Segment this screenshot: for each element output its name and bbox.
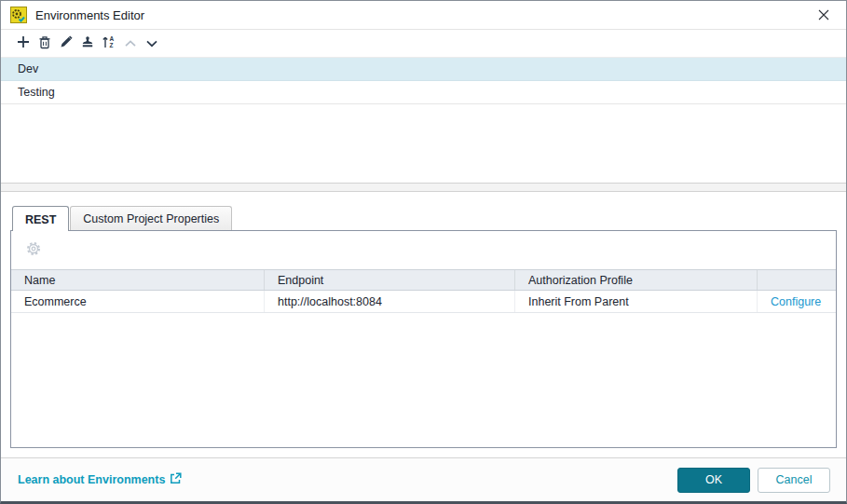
environments-toolbar: A Z [1, 30, 846, 57]
sort-environments-button[interactable]: A Z [99, 34, 119, 54]
service-auth-profile-cell[interactable]: Inherit From Parent [515, 291, 758, 312]
tab-rest[interactable]: REST [12, 206, 69, 231]
rest-services-panel: Name Endpoint Authorization Profile Ecom… [10, 230, 837, 448]
cancel-button[interactable]: Cancel [758, 468, 830, 493]
gear-icon [25, 240, 42, 260]
help-link-label: Learn about Environments [18, 473, 165, 486]
tab-label: REST [25, 213, 56, 226]
title-bar: Environments Editor [1, 1, 846, 30]
add-environment-button[interactable] [13, 34, 34, 54]
rest-panel-toolbar [11, 231, 836, 269]
environment-name: Dev [18, 62, 38, 75]
sort-az-icon: A Z [102, 35, 116, 51]
column-header-action [758, 270, 836, 290]
tab-bar: REST Custom Project Properties [1, 192, 846, 230]
environment-name: Testing [18, 86, 55, 99]
services-table-header: Name Endpoint Authorization Profile [11, 269, 836, 291]
stamp-icon [81, 35, 94, 51]
learn-about-environments-link[interactable]: Learn about Environments [18, 472, 182, 487]
tab-label: Custom Project Properties [83, 212, 219, 225]
configure-link[interactable]: Configure [771, 295, 821, 308]
column-header-authorization-profile[interactable]: Authorization Profile [515, 270, 758, 290]
external-link-icon [170, 472, 182, 487]
environment-row-dev[interactable]: Dev [1, 58, 846, 81]
tab-custom-project-properties[interactable]: Custom Project Properties [70, 206, 232, 230]
environment-detail-zone: REST Custom Project Properties [1, 192, 846, 457]
app-icon [10, 7, 27, 23]
rename-environment-button[interactable] [56, 34, 76, 54]
service-endpoint-cell[interactable]: http://localhost:8084 [265, 291, 515, 312]
trash-icon [38, 35, 51, 52]
table-row[interactable]: Ecommerce http://localhost:8084 Inherit … [11, 291, 836, 313]
delete-environment-button[interactable] [34, 34, 55, 54]
plus-icon [17, 35, 30, 51]
pencil-icon [60, 35, 73, 51]
close-icon[interactable] [813, 4, 835, 26]
svg-text:A: A [110, 35, 115, 42]
clone-environment-button[interactable] [77, 34, 98, 54]
environment-row-testing[interactable]: Testing [1, 81, 846, 104]
move-down-button[interactable] [142, 34, 162, 54]
window-title: Environments Editor [35, 8, 144, 22]
environment-list: Dev Testing [1, 57, 846, 183]
column-header-name[interactable]: Name [11, 270, 265, 290]
chevron-down-icon [146, 36, 157, 50]
splitter-handle[interactable] [1, 183, 846, 192]
chevron-up-icon [125, 36, 136, 50]
environments-editor-dialog: Environments Editor [0, 0, 847, 504]
svg-text:Z: Z [110, 42, 114, 48]
dialog-footer: Learn about Environments OK Cancel [1, 457, 846, 501]
column-header-endpoint[interactable]: Endpoint [265, 270, 515, 290]
service-settings-button[interactable] [25, 240, 42, 260]
service-name-cell: Ecommerce [11, 291, 265, 312]
move-up-button[interactable] [120, 34, 141, 54]
ok-button[interactable]: OK [677, 468, 750, 493]
